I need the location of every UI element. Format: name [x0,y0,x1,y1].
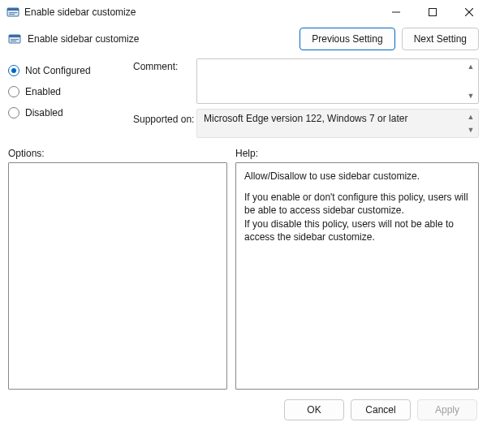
radio-label: Not Configured [25,65,91,76]
supported-on-value: Microsoft Edge version 122, Windows 7 or… [204,113,407,124]
header-row: Enable sidebar customize Previous Settin… [0,24,487,57]
svg-rect-2 [9,12,17,13]
options-label: Options: [8,148,227,159]
help-text: If you disable this policy, users will n… [244,218,454,243]
maximize-button[interactable] [414,0,450,24]
policy-icon [8,32,21,45]
help-text: If you enable or don't configure this po… [244,192,468,216]
radio-label: Disabled [25,107,63,118]
svg-rect-10 [11,39,19,40]
supported-label: Supported on: [133,109,196,125]
previous-setting-button[interactable]: Previous Setting [300,28,394,50]
config-area: Not Configured Enabled Disabled Comment:… [0,57,487,141]
svg-rect-1 [7,8,19,11]
meta-fields: Comment: ▲ ▼ Supported on: Microsoft Edg… [133,58,479,138]
svg-rect-5 [429,9,436,16]
radio-icon [8,107,19,118]
options-panel [8,162,227,390]
setting-name: Enable sidebar customize [28,33,293,45]
help-text: Allow/Disallow to use sidebar customize. [244,170,470,183]
ok-button[interactable]: OK [284,399,344,420]
window-title: Enable sidebar customize [24,6,377,18]
scroll-down-icon[interactable]: ▼ [464,123,477,136]
help-panel: Allow/Disallow to use sidebar customize.… [235,162,479,390]
radio-label: Enabled [25,86,61,97]
svg-rect-3 [9,14,15,15]
comment-input[interactable]: ▲ ▼ [196,58,479,104]
supported-on-field: Microsoft Edge version 122, Windows 7 or… [196,109,479,138]
radio-not-configured[interactable]: Not Configured [8,62,130,80]
radio-enabled[interactable]: Enabled [8,83,130,101]
close-button[interactable] [450,0,487,24]
dialog-footer: OK Cancel Apply [0,390,487,420]
next-setting-button[interactable]: Next Setting [402,28,479,50]
scroll-down-icon[interactable]: ▼ [464,89,477,102]
scroll-up-icon[interactable]: ▲ [464,110,477,123]
minimize-button[interactable] [377,0,414,24]
svg-rect-11 [11,41,16,41]
radio-icon [8,65,19,76]
panels: Allow/Disallow to use sidebar customize.… [0,162,487,390]
radio-disabled[interactable]: Disabled [8,104,130,122]
cancel-button[interactable]: Cancel [351,399,411,420]
scroll-up-icon[interactable]: ▲ [464,60,477,73]
help-label: Help: [235,148,479,159]
titlebar: Enable sidebar customize [0,0,487,24]
panel-labels: Options: Help: [0,141,487,162]
radio-icon [8,86,19,97]
state-radios: Not Configured Enabled Disabled [8,58,130,138]
comment-label: Comment: [133,58,196,72]
app-icon [6,6,19,19]
window-controls [377,0,487,24]
apply-button[interactable]: Apply [417,399,477,420]
svg-rect-9 [9,35,20,37]
